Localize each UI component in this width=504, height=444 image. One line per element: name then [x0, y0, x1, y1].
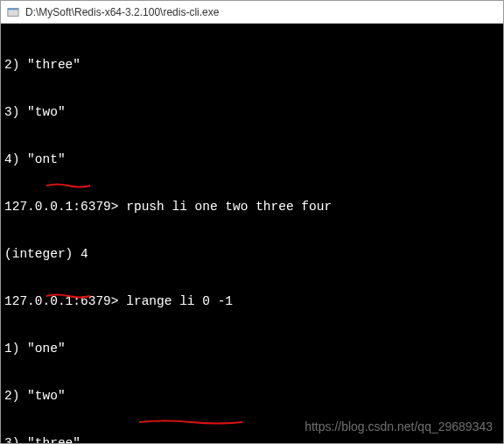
svg-rect-1 [8, 8, 18, 10]
output-line: 3) "three" [4, 435, 500, 443]
window-titlebar: D:\MySoft\Redis-x64-3.2.100\redis-cli.ex… [1, 1, 503, 24]
window-title: D:\MySoft\Redis-x64-3.2.100\redis-cli.ex… [25, 6, 219, 18]
output-line: 3) "two" [4, 104, 500, 120]
command-line: 127.0.0.1:6379> rpush li one two three f… [4, 199, 500, 215]
annotation-underline [108, 429, 199, 434]
app-icon [6, 5, 20, 19]
command-line: 127.0.0.1:6379> lrange li 0 -1 [4, 293, 500, 309]
terminal-output[interactable]: 2) "three" 3) "two" 4) "ont" 127.0.0.1:6… [1, 24, 503, 443]
output-line: 2) "two" [4, 388, 500, 404]
output-line: (integer) 4 [4, 246, 500, 262]
output-line: 4) "ont" [4, 152, 500, 167]
annotation-underline [15, 271, 60, 277]
output-line: 2) "three" [4, 57, 500, 73]
output-line: 1) "one" [4, 341, 500, 356]
watermark-text: https://blog.csdn.net/qq_29689343 [304, 419, 493, 434]
